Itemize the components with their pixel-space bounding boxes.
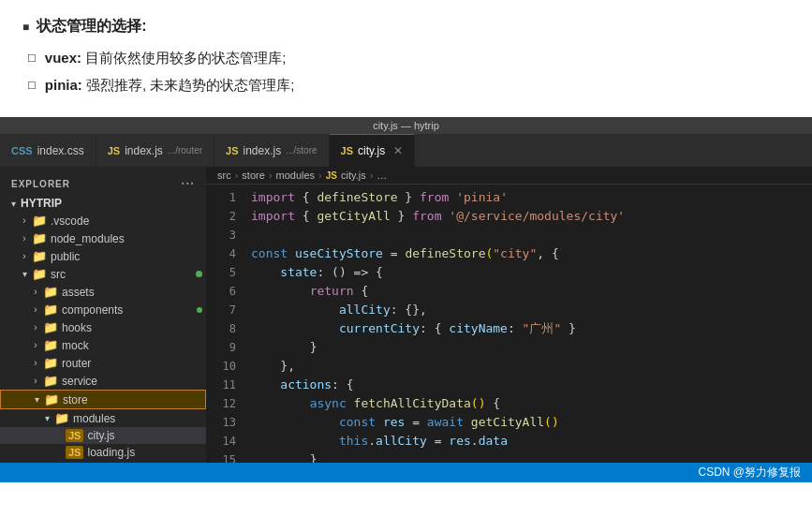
code-line-11: actions: { bbox=[251, 376, 812, 394]
line-numbers: 12345 678910 1112131415 16171819 bbox=[206, 185, 244, 463]
vscode-editor: city.js — hytrip CSS index.css JS index.… bbox=[0, 117, 812, 482]
breadcrumb-src[interactable]: src bbox=[217, 170, 231, 181]
sidebar-item-src[interactable]: ▾ 📁 src bbox=[0, 265, 206, 283]
chevron-down-icon: ▾ bbox=[19, 269, 30, 279]
code-line-3 bbox=[251, 226, 812, 244]
sidebar-header: EXPLORER ··· bbox=[0, 170, 206, 195]
tab-index-js-store[interactable]: JS index.js .../store bbox=[214, 134, 330, 167]
js-file-icon: JS bbox=[66, 446, 83, 459]
chevron-right-icon: › bbox=[19, 215, 30, 226]
code-line-13: const res = await getCityAll() bbox=[251, 413, 812, 432]
sidebar-menu-button[interactable]: ··· bbox=[181, 176, 195, 191]
title-bar: city.js — hytrip bbox=[0, 117, 812, 134]
tab-city-js[interactable]: JS city.js ✕ bbox=[330, 134, 416, 167]
folder-icon: 📁 bbox=[32, 249, 47, 263]
sidebar-item-city-js[interactable]: JS city.js bbox=[0, 427, 206, 444]
folder-icon: 📁 bbox=[54, 411, 69, 425]
chevron-right-icon: › bbox=[30, 358, 41, 368]
chevron-right-icon: › bbox=[30, 376, 41, 386]
sidebar-item-store[interactable]: ▾ 📁 store bbox=[0, 390, 206, 409]
code-line-12: async fetchAllCityData() { bbox=[251, 394, 812, 413]
sidebar-item-assets[interactable]: › 📁 assets bbox=[0, 283, 206, 301]
sidebar-item-vscode[interactable]: › 📁 .vscode bbox=[0, 212, 206, 229]
code-content: import { defineStore } from 'pinia' impo… bbox=[244, 185, 812, 463]
folder-icon: 📁 bbox=[44, 392, 59, 406]
folder-icon: 📁 bbox=[32, 267, 47, 281]
breadcrumb: src › store › modules › JS city.js › … bbox=[206, 167, 812, 185]
folder-icon: 📁 bbox=[43, 320, 58, 334]
top-section: 状态管理的选择: vuex: 目前依然使用较多的状态管理库; pinia: 强烈… bbox=[0, 0, 812, 117]
js-icon: JS bbox=[341, 145, 353, 156]
folder-icon: 📁 bbox=[32, 214, 47, 228]
code-line-6: return { bbox=[251, 282, 812, 301]
editor-area: src › store › modules › JS city.js › … 1… bbox=[206, 167, 812, 463]
folder-icon: 📁 bbox=[43, 285, 58, 299]
sidebar-item-modules[interactable]: ▾ 📁 modules bbox=[0, 409, 206, 427]
tab-index-js-router[interactable]: JS index.js .../router bbox=[96, 134, 214, 167]
folder-icon: 📁 bbox=[43, 338, 58, 352]
css-icon: CSS bbox=[11, 145, 33, 156]
tab-index-css[interactable]: CSS index.css bbox=[0, 134, 96, 167]
sidebar-item-public[interactable]: › 📁 public bbox=[0, 247, 206, 265]
sidebar-item-components[interactable]: › 📁 components bbox=[0, 301, 206, 318]
js-icon: JS bbox=[226, 145, 238, 156]
code-line-1: import { defineStore } from 'pinia' bbox=[251, 188, 812, 207]
sidebar: EXPLORER ··· ▾ HYTRIP › 📁 .vscode › 📁 no… bbox=[0, 167, 206, 463]
sidebar-item-service[interactable]: › 📁 service bbox=[0, 372, 206, 390]
chevron-down-icon: ▾ bbox=[7, 199, 19, 209]
code-line-2: import { getCityAll } from '@/service/mo… bbox=[251, 207, 812, 226]
status-bar: CSDN @努力修复报 bbox=[0, 463, 812, 482]
js-icon: JS bbox=[108, 145, 120, 156]
code-line-7: allCity: {}, bbox=[251, 301, 812, 319]
sidebar-item-hooks[interactable]: › 📁 hooks bbox=[0, 318, 206, 336]
code-line-15: } bbox=[251, 451, 812, 463]
js-file-icon: JS bbox=[66, 429, 83, 442]
main-content: EXPLORER ··· ▾ HYTRIP › 📁 .vscode › 📁 no… bbox=[0, 167, 812, 463]
code-line-8: currentCity: { cityName: "广州" } bbox=[251, 319, 812, 338]
code-editor[interactable]: 12345 678910 1112131415 16171819 import … bbox=[206, 185, 812, 463]
chevron-right-icon: › bbox=[19, 233, 30, 244]
folder-icon: 📁 bbox=[32, 231, 47, 245]
folder-icon: 📁 bbox=[43, 356, 58, 370]
bullet-item-pinia: pinia: 强烈推荐, 未来趋势的状态管理库; bbox=[22, 77, 790, 95]
tabs-bar: CSS index.css JS index.js .../router JS … bbox=[0, 134, 812, 167]
csdn-watermark: CSDN @努力修复报 bbox=[698, 465, 801, 480]
code-line-9: } bbox=[251, 338, 812, 357]
chevron-right-icon: › bbox=[30, 322, 41, 332]
tree-root[interactable]: ▾ HYTRIP bbox=[0, 195, 206, 212]
chevron-right-icon: › bbox=[30, 304, 41, 315]
chevron-right-icon: › bbox=[30, 340, 41, 350]
code-line-10: }, bbox=[251, 357, 812, 376]
breadcrumb-city-js[interactable]: city.js bbox=[341, 170, 366, 181]
section-title: 状态管理的选择: bbox=[22, 17, 790, 37]
modified-dot bbox=[197, 307, 202, 313]
folder-icon: 📁 bbox=[43, 374, 58, 388]
code-line-14: this.allCity = res.data bbox=[251, 432, 812, 451]
sidebar-item-loading-js[interactable]: JS loading.js bbox=[0, 444, 206, 461]
tab-close-icon[interactable]: ✕ bbox=[393, 144, 403, 157]
chevron-down-icon: ▾ bbox=[41, 413, 52, 423]
bullet-item-vuex: vuex: 目前依然使用较多的状态管理库; bbox=[22, 50, 790, 67]
sidebar-item-mock[interactable]: › 📁 mock bbox=[0, 336, 206, 354]
breadcrumb-store[interactable]: store bbox=[242, 170, 264, 181]
breadcrumb-modules[interactable]: modules bbox=[275, 170, 315, 181]
modified-dot bbox=[196, 271, 202, 277]
folder-icon: 📁 bbox=[43, 303, 58, 317]
breadcrumb-js-icon: JS bbox=[326, 170, 337, 181]
code-line-5: state: () => { bbox=[251, 263, 812, 282]
sidebar-item-router[interactable]: › 📁 router bbox=[0, 354, 206, 372]
chevron-down-icon: ▾ bbox=[31, 394, 42, 405]
chevron-right-icon: › bbox=[30, 287, 41, 297]
sidebar-item-node-modules[interactable]: › 📁 node_modules bbox=[0, 229, 206, 247]
code-line-4: const useCityStore = defineStore("city",… bbox=[251, 244, 812, 263]
chevron-right-icon: › bbox=[19, 251, 30, 261]
